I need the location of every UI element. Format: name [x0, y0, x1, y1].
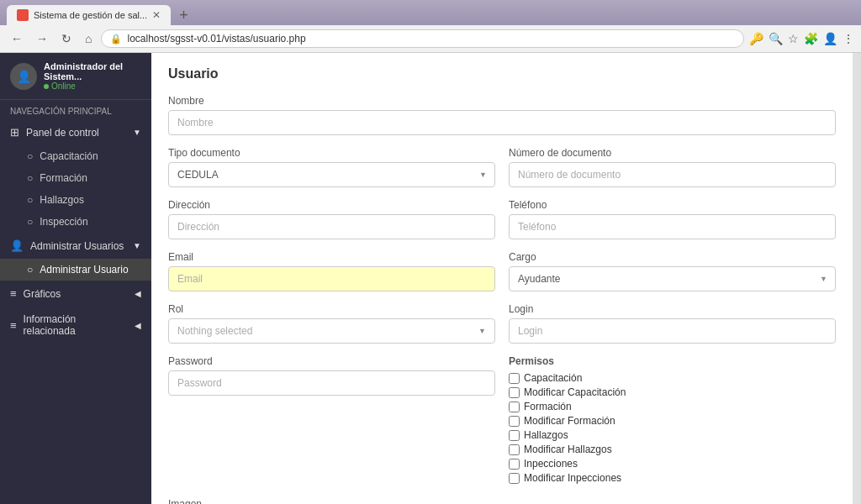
perm-formacion-checkbox[interactable] — [509, 402, 520, 412]
perm-capacitacion-label: Capacitación — [524, 372, 582, 384]
perm-inpecciones-label: Inpecciones — [524, 458, 578, 470]
telefono-input[interactable] — [509, 214, 836, 239]
perm-mod-formacion-label: Modificar Formación — [524, 415, 615, 427]
extension-icon[interactable]: 🧩 — [804, 32, 818, 45]
sidebar-item-capacitacion[interactable]: ○ Capacitación — [0, 145, 151, 167]
email-label: Email — [168, 251, 495, 263]
inspeccion-label: Inspección — [40, 216, 87, 228]
perm-hallazgos-checkbox[interactable] — [509, 430, 520, 441]
tipo-doc-select-wrapper: CEDULA — [168, 162, 495, 187]
direccion-group: Dirección — [168, 199, 495, 239]
informacion-label: Información relacionada — [24, 313, 128, 337]
online-status: Online — [51, 81, 76, 91]
new-tab-button[interactable]: + — [174, 7, 193, 24]
direccion-input[interactable] — [168, 214, 495, 239]
key-icon: 🔑 — [749, 32, 763, 45]
administrar-usuario-icon: ○ — [27, 264, 33, 276]
forward-button[interactable]: → — [32, 30, 52, 47]
numero-doc-label: Número de documento — [509, 147, 836, 159]
nombre-group: Nombre — [168, 95, 836, 135]
nombre-input[interactable] — [168, 110, 836, 135]
hallazgos-icon: ○ — [27, 194, 33, 206]
nombre-row: Nombre — [168, 95, 836, 135]
perm-mod-inpecciones: Modificar Inpecciones — [509, 472, 836, 484]
direccion-telefono-row: Dirección Teléfono — [168, 199, 836, 239]
imagen-row: Imagen Choose File No file chosen 💾 Guar… — [168, 498, 836, 504]
cargo-label: Cargo — [509, 251, 836, 263]
user-name: Administrador del Sistem... — [44, 61, 141, 81]
sidebar-item-administrar-usuarios[interactable]: 👤 Administrar Usuarios ▼ — [0, 233, 151, 259]
graficos-icon: ≡ — [10, 287, 17, 300]
sidebar-item-formacion[interactable]: ○ Formación — [0, 167, 151, 189]
graficos-label: Gráficos — [24, 288, 61, 300]
password-label: Password — [168, 355, 495, 367]
perm-mod-formacion-checkbox[interactable] — [509, 416, 520, 427]
page-container: Usuario Nombre Tipo documento C — [151, 53, 853, 504]
action-buttons-group: 💾 Guardar ✕ Cancelar — [509, 498, 836, 504]
nav-section-label: Navegación Principal — [0, 100, 151, 119]
tipo-doc-group: Tipo documento CEDULA — [168, 147, 495, 187]
rol-placeholder: Nothing selected — [177, 325, 252, 337]
rol-dropdown-arrow: ▼ — [478, 327, 486, 335]
back-button[interactable]: ← — [7, 30, 27, 47]
login-input[interactable] — [509, 318, 836, 344]
reload-button[interactable]: ↻ — [57, 30, 76, 47]
sidebar-item-inspeccion[interactable]: ○ Inspección — [0, 211, 151, 233]
perm-capacitacion-checkbox[interactable] — [509, 373, 520, 384]
perm-inpecciones-checkbox[interactable] — [509, 459, 520, 470]
informacion-icon: ≡ — [10, 319, 17, 332]
avatar: 👤 — [10, 63, 37, 90]
rol-multiselect[interactable]: Nothing selected ▼ — [168, 318, 495, 344]
scrollbar[interactable] — [853, 53, 861, 504]
perm-mod-capacitacion-label: Modificar Capacitación — [524, 386, 626, 398]
inspeccion-icon: ○ — [27, 216, 33, 228]
administrar-usuarios-arrow: ▼ — [133, 241, 141, 250]
permisos-label: Permisos — [509, 355, 836, 367]
email-input[interactable] — [168, 266, 495, 291]
imagen-label: Imagen — [168, 498, 495, 504]
perm-hallazgos: Hallazgos — [509, 429, 836, 441]
sidebar-item-graficos[interactable]: ≡ Gráficos ◀ — [0, 281, 151, 307]
administrar-usuarios-icon: 👤 — [10, 239, 24, 252]
search-icon[interactable]: 🔍 — [769, 32, 783, 45]
perm-hallazgos-label: Hallazgos — [524, 429, 568, 441]
tab-bar: Sistema de gestión de sal... ✕ + — [0, 0, 861, 25]
perm-mod-inpecciones-checkbox[interactable] — [509, 473, 520, 484]
administrar-usuario-label: Administrar Usuario — [40, 264, 128, 276]
avatar-icon[interactable]: 👤 — [823, 32, 837, 45]
rol-login-row: Rol Nothing selected ▼ Login — [168, 303, 836, 344]
perm-mod-capacitacion: Modificar Capacitación — [509, 386, 836, 398]
login-label: Login — [509, 303, 836, 315]
sidebar-item-informacion[interactable]: ≡ Información relacionada ◀ — [0, 307, 151, 344]
cargo-group: Cargo Ayudante — [509, 251, 836, 291]
login-group: Login — [509, 303, 836, 344]
numero-doc-group: Número de documento — [509, 147, 836, 187]
home-button[interactable]: ⌂ — [81, 30, 96, 47]
url-text: localhost/sgsst-v0.01/vistas/usuario.php — [127, 33, 735, 45]
sidebar-item-hallazgos[interactable]: ○ Hallazgos — [0, 189, 151, 211]
active-tab[interactable]: Sistema de gestión de sal... ✕ — [7, 5, 171, 25]
tab-favicon — [17, 9, 29, 21]
sidebar-item-administrar-usuario[interactable]: ○ Administrar Usuario — [0, 259, 151, 281]
perm-mod-hallazgos-label: Modificar Hallazgos — [524, 444, 612, 455]
password-input[interactable] — [168, 370, 495, 396]
cargo-select[interactable]: Ayudante — [509, 266, 836, 291]
email-cargo-row: Email Cargo Ayudante — [168, 251, 836, 291]
bookmark-icon[interactable]: ☆ — [788, 32, 799, 45]
perm-mod-hallazgos-checkbox[interactable] — [509, 444, 520, 455]
formacion-icon: ○ — [27, 172, 33, 184]
sidebar-item-panel[interactable]: ⊞ Panel de control ▼ — [0, 119, 151, 145]
password-group: Password — [168, 355, 495, 486]
tab-close-button[interactable]: ✕ — [152, 9, 161, 21]
menu-icon[interactable]: ⋮ — [843, 32, 854, 45]
tipo-doc-select[interactable]: CEDULA — [168, 162, 495, 187]
perm-mod-capacitacion-checkbox[interactable] — [509, 387, 520, 398]
user-form: Nombre Tipo documento CEDULA — [168, 95, 836, 504]
direccion-label: Dirección — [168, 199, 495, 211]
perm-capacitacion: Capacitación — [509, 372, 836, 384]
capacitacion-label: Capacitación — [40, 150, 98, 162]
numero-doc-input[interactable] — [509, 162, 836, 187]
perm-formacion: Formación — [509, 401, 836, 412]
address-bar[interactable]: 🔒 localhost/sgsst-v0.01/vistas/usuario.p… — [101, 29, 744, 48]
tipo-doc-label: Tipo documento — [168, 147, 495, 159]
